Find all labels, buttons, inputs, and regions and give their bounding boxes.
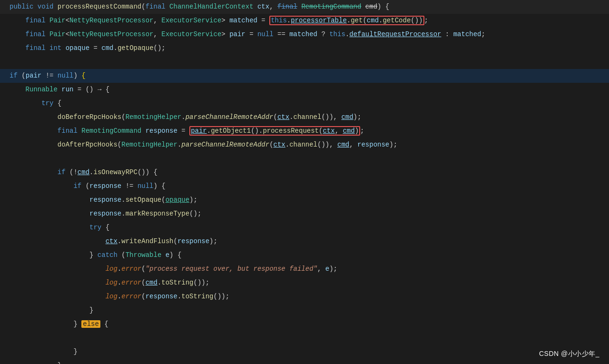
line-6-content: if (pair != null) {	[0, 69, 609, 82]
line-7-content: Runnable run = () → {	[0, 83, 609, 96]
line-24-content: } else {	[0, 318, 609, 331]
code-line-11: doAfterRpcHooks(RemotingHelper.parseChan…	[0, 138, 609, 152]
code-line-3: final Pair<NettyRequestProcessor, Execut…	[0, 28, 609, 41]
line-4-content: final int opaque = cmd.getOpaque();	[0, 42, 609, 55]
line-21-content: log.error(cmd.toString());	[0, 276, 609, 289]
code-line-1: public void processRequestCommand(final …	[0, 0, 609, 14]
code-line-23: }	[0, 304, 609, 317]
code-line-26: }	[0, 345, 609, 359]
line-22-content: log.error(response.toString());	[0, 290, 609, 303]
code-line-19: } catch (Throwable e) {	[0, 248, 609, 262]
line-10-content: final RemotingCommand response = pair.ge…	[0, 125, 609, 138]
line-19-content: } catch (Throwable e) {	[0, 249, 609, 262]
code-line-21: log.error(cmd.toString());	[0, 276, 609, 290]
code-line-10: final RemotingCommand response = pair.ge…	[0, 124, 609, 138]
line-26-content: }	[0, 345, 609, 358]
line-13-content: if (!cmd.isOnewayRPC()) {	[0, 166, 609, 179]
line-17-content: try {	[0, 221, 609, 234]
line-1-content: public void processRequestCommand(final …	[0, 0, 609, 13]
code-line-12	[0, 152, 609, 166]
code-line-15: response.setOpaque(opaque);	[0, 193, 609, 207]
code-line-20: log.error("process request over, but res…	[0, 262, 609, 276]
code-line-25	[0, 331, 609, 345]
line-27-content: }	[0, 359, 609, 364]
code-line-24: } else {	[0, 317, 609, 331]
line-18-content: ctx.writeAndFlush(response);	[0, 235, 609, 248]
code-line-16: response.markResponseType();	[0, 207, 609, 221]
code-line-9: doBeforeRpcHooks(RemotingHelper.parseCha…	[0, 110, 609, 124]
line-3-content: final Pair<NettyRequestProcessor, Execut…	[0, 28, 609, 41]
code-line-18: ctx.writeAndFlush(response);	[0, 235, 609, 248]
line-15-content: response.setOpaque(opaque);	[0, 194, 609, 207]
watermark: CSDN @小小少年_	[539, 350, 599, 358]
code-line-14: if (response != null) {	[0, 179, 609, 193]
line-23-content: }	[0, 304, 609, 317]
line-14-content: if (response != null) {	[0, 180, 609, 193]
code-line-27: }	[0, 359, 609, 364]
code-line-6: if (pair != null) {	[0, 69, 609, 83]
line-11-content: doAfterRpcHooks(RemotingHelper.parseChan…	[0, 138, 609, 151]
code-editor: public void processRequestCommand(final …	[0, 0, 609, 364]
line-16-content: response.markResponseType();	[0, 207, 609, 220]
line-9-content: doBeforeRpcHooks(RemotingHelper.parseCha…	[0, 111, 609, 124]
code-line-17: try {	[0, 221, 609, 235]
code-line-13: if (!cmd.isOnewayRPC()) {	[0, 166, 609, 179]
line-20-content: log.error("process request over, but res…	[0, 263, 609, 275]
code-line-8: try {	[0, 97, 609, 110]
line-2-content: final Pair<NettyRequestProcessor, Execut…	[0, 14, 609, 27]
code-line-4: final int opaque = cmd.getOpaque();	[0, 41, 609, 55]
code-line-5	[0, 55, 609, 69]
code-line-22: log.error(response.toString());	[0, 290, 609, 304]
code-line-7: Runnable run = () → {	[0, 83, 609, 97]
code-line-2: final Pair<NettyRequestProcessor, Execut…	[0, 14, 609, 28]
line-8-content: try {	[0, 97, 609, 110]
